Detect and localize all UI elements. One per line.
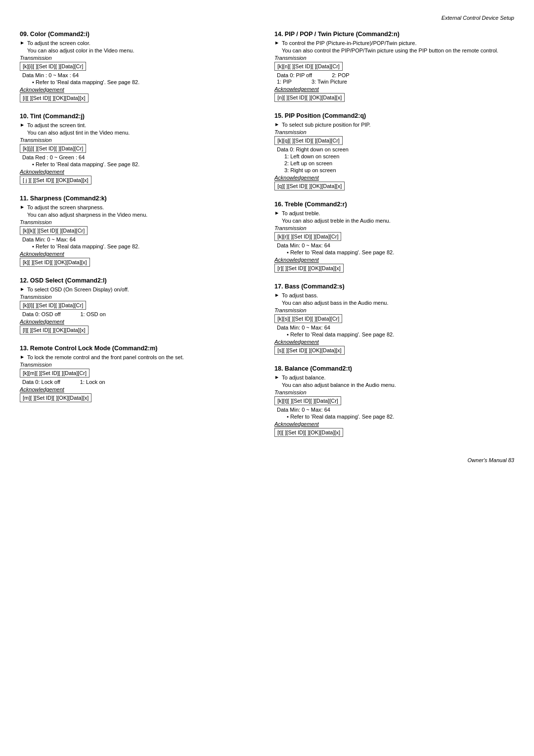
section-14-data-line2: 1: PIP — [277, 79, 292, 85]
header-text: External Control Device Setup — [442, 15, 514, 21]
section-12-tx-label: Transmission — [20, 294, 260, 300]
section-12-data-grid: Data 0: OSD off 1: OSD on — [22, 311, 260, 317]
section-14-data-col2: 2: POP — [332, 72, 349, 78]
section-11-ack-code: [k][ ][Set ID][ ][OK][Data][x] — [20, 258, 90, 267]
section-12-title: 12. OSD Select (Command2:l) — [20, 277, 260, 284]
section-09-ack-label: Acknowledgement — [20, 87, 260, 93]
section-10-ack-code: [ j ][ ][Set ID][ ][OK][Data][x] — [20, 176, 91, 185]
section-14-ack-label: Acknowledgement — [274, 86, 514, 92]
section-18-bullet: To adjust balance. — [282, 375, 514, 380]
section-13-data-0: Data 0: Lock off — [22, 379, 60, 385]
section-10-sub: You can also adjust tint in the Video me… — [27, 130, 260, 136]
section-16-data-0: Data Min: 0 ~ Max: 64 — [277, 242, 514, 248]
section-13-ack-label: Acknowledgement — [20, 386, 260, 392]
section-09-ack-code: [i][ ][Set ID][ ][OK][Data][x] — [20, 94, 89, 102]
section-11-tx-label: Transmission — [20, 219, 260, 225]
section-18-tx-code: [k][t][ ][Set ID][ ][Data][Cr] — [274, 396, 341, 405]
page-footer: Owner's Manual 83 — [20, 457, 514, 463]
section-09-title: 09. Color (Command2:i) — [20, 31, 260, 38]
section-11-tx-code: [k][k][ ][Set ID][ ][Data][Cr] — [20, 226, 88, 235]
section-14-data-row1: Data 0: PIP off 2: POP — [277, 72, 514, 78]
section-09-sub: You can also adjust color in the Video m… — [27, 47, 260, 53]
main-content: 09. Color (Command2:i) To adjust the scr… — [20, 31, 514, 447]
section-09-tx-code: [k][i][ ][Set ID][ ][Data][Cr] — [20, 62, 86, 71]
left-column: 09. Color (Command2:i) To adjust the scr… — [20, 31, 260, 447]
section-13-data-col2: 1: Lock on — [80, 379, 105, 385]
section-14-ack-code: [n][ ][Set ID][ ][OK][Data][x] — [274, 93, 345, 102]
section-10: 10. Tint (Command2:j) To adjust the scre… — [20, 113, 260, 186]
section-10-title: 10. Tint (Command2:j) — [20, 113, 260, 120]
section-15-data-3: 3: Right up on screen — [284, 167, 514, 173]
section-14-data-col2b: 3: Twin Picture — [312, 79, 347, 85]
section-11-sub: You can also adjust sharpness in the Vid… — [27, 212, 260, 218]
section-10-data-bullet-0: Refer to 'Real data mapping'. See page 8… — [32, 161, 260, 167]
section-14-data-0: Data 0: PIP off — [277, 72, 312, 78]
section-12: 12. OSD Select (Command2:l) To select OS… — [20, 277, 260, 336]
section-12-ack-label: Acknowledgement — [20, 319, 260, 325]
section-16-tx-code: [k][r][ ][Set ID][ ][Data][Cr] — [274, 232, 341, 241]
section-13-title: 13. Remote Control Lock Mode (Command2:m… — [20, 345, 260, 352]
section-18-ack-label: Acknowledgement — [274, 421, 514, 427]
section-17-ack-label: Acknowledgement — [274, 339, 514, 345]
section-18-data-bullet-0: Refer to 'Real data mapping'. See page 8… — [287, 414, 514, 420]
section-10-tx-label: Transmission — [20, 137, 260, 143]
section-09-data-bullet-0: Refer to 'Real data mapping'. See page 8… — [32, 79, 260, 85]
section-15-data-0: Data 0: Right down on screen — [277, 146, 514, 152]
section-16: 16. Treble (Command2:r) To adjust treble… — [274, 201, 514, 274]
section-16-sub: You can also adjust treble in the Audio … — [282, 218, 514, 224]
section-10-data-0: Data Red : 0 ~ Green : 64 — [22, 154, 260, 160]
section-17-sub: You can also adjust bass in the Audio me… — [282, 300, 514, 306]
section-15: 15. PIP Position (Command2:q) To select … — [274, 112, 514, 192]
section-18-sub: You can also adjust balance in the Audio… — [282, 382, 514, 388]
section-11: 11. Sharpness (Command2:k) To adjust the… — [20, 195, 260, 268]
section-17-bullet: To adjust bass. — [282, 292, 514, 298]
section-15-bullet: To select sub picture position for PIP. — [282, 122, 514, 128]
section-15-data-2: 2: Left up on screen — [284, 160, 514, 166]
section-11-bullet: To adjust the screen sharpness. — [27, 204, 260, 210]
section-12-data-0: Data 0: OSD off — [22, 311, 60, 317]
section-18-data-0: Data Min: 0 ~ Max: 64 — [277, 407, 514, 413]
section-15-data-1: 1: Left down on screen — [284, 153, 514, 159]
section-17-data-bullet-0: Refer to 'Real data mapping'. See page 8… — [287, 331, 514, 337]
section-14-tx-label: Transmission — [274, 55, 514, 61]
section-14-data-row2: 1: PIP 3: Twin Picture — [277, 79, 514, 85]
section-18-title: 18. Balance (Command2:t) — [274, 365, 514, 372]
section-17-title: 17. Bass (Command2:s) — [274, 283, 514, 290]
section-17-ack-code: [s][ ][Set ID][ ][OK][Data][x] — [274, 346, 345, 355]
section-13-data-grid: Data 0: Lock off 1: Lock on — [22, 379, 260, 385]
section-18-tx-label: Transmission — [274, 389, 514, 395]
section-16-ack-code: [r][ ][Set ID][ ][OK][Data][x] — [274, 264, 344, 273]
section-13-ack-code: [m][ ][Set ID][ ][OK][Data][x] — [20, 393, 91, 402]
section-15-tx-label: Transmission — [274, 129, 514, 135]
section-16-title: 16. Treble (Command2:r) — [274, 201, 514, 208]
section-15-ack-label: Acknowledgement — [274, 175, 514, 181]
section-16-bullet: To adjust treble. — [282, 210, 514, 216]
section-14-tx-code: [k][n][ ][Set ID][ ][Data][Cr] — [274, 62, 343, 71]
section-14-bullet: To control the PIP (Picture-in-Picture)/… — [282, 40, 514, 46]
section-15-ack-code: [q][ ][Set ID][ ][OK][Data][x] — [274, 182, 345, 190]
section-09-data-0: Data Min : 0 ~ Max : 64 — [22, 72, 260, 78]
section-10-ack-label: Acknowledgement — [20, 169, 260, 175]
section-16-data-bullet-0: Refer to 'Real data mapping'. See page 8… — [287, 249, 514, 255]
section-15-tx-code: [k][q][ ][Set ID][ ][Data][Cr] — [274, 136, 343, 145]
section-17-data-0: Data Min: 0 ~ Max: 64 — [277, 325, 514, 331]
section-10-bullet: To adjust the screen tint. — [27, 122, 260, 128]
section-18: 18. Balance (Command2:t) To adjust balan… — [274, 365, 514, 438]
section-10-tx-code: [k][j][ ][Set ID][ ][Data][Cr] — [20, 144, 86, 153]
section-12-data-col2: 1: OSD on — [80, 311, 105, 317]
section-09: 09. Color (Command2:i) To adjust the scr… — [20, 31, 260, 104]
section-15-title: 15. PIP Position (Command2:q) — [274, 112, 514, 119]
section-16-tx-label: Transmission — [274, 225, 514, 231]
section-12-tx-code: [k][l][ ][Set ID][ ][Data][Cr] — [20, 301, 86, 310]
right-column: 14. PIP / POP / Twin Picture (Command2:n… — [274, 31, 514, 447]
section-17: 17. Bass (Command2:s) To adjust bass. Yo… — [274, 283, 514, 356]
section-13: 13. Remote Control Lock Mode (Command2:m… — [20, 345, 260, 404]
section-09-bullet: To adjust the screen color. — [27, 40, 260, 46]
section-17-tx-label: Transmission — [274, 307, 514, 313]
page: External Control Device Setup 09. Color … — [0, 0, 534, 756]
section-13-bullet: To lock the remote control and the front… — [27, 354, 260, 360]
section-11-data-0: Data Min: 0 ~ Max: 64 — [22, 236, 260, 242]
section-09-tx-label: Transmission — [20, 55, 260, 61]
section-14-title: 14. PIP / POP / Twin Picture (Command2:n… — [274, 31, 514, 38]
page-header: External Control Device Setup — [20, 15, 514, 21]
